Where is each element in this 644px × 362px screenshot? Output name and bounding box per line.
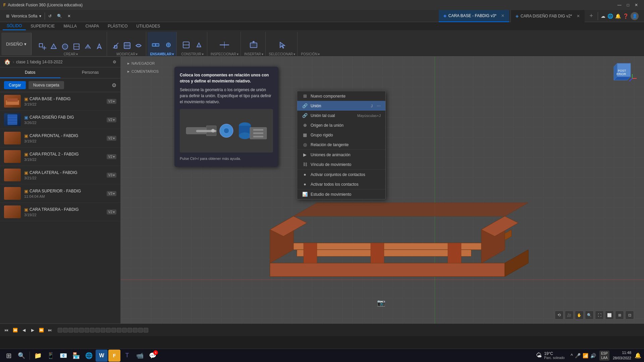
grid-toggle-icon[interactable]: ⊞ (615, 311, 624, 319)
rotate-icon[interactable]: ⟲ (555, 311, 564, 319)
camera-icon[interactable]: 📷 (377, 299, 385, 307)
taskbar-teams[interactable]: 📱 (45, 350, 57, 362)
tab2-close[interactable]: ✕ (577, 14, 580, 18)
timeline-tick[interactable] (68, 328, 73, 333)
insertar-btn-1[interactable] (248, 39, 260, 52)
menu-activar-conjuntos[interactable]: ● Activar conjuntos de contactos (297, 169, 385, 179)
timeline-tick[interactable] (101, 328, 105, 333)
crear-btn-3[interactable] (60, 42, 70, 52)
gizmo[interactable]: POST ERIOR (610, 60, 637, 87)
tab-cara-diseno[interactable]: ◈ CARA DISEÑO FAB DIG v2* ✕ (511, 10, 585, 22)
camera2-icon[interactable]: 🎥 (565, 311, 574, 319)
taskbar-fusion[interactable]: F (108, 350, 120, 362)
construir-btn-2[interactable] (193, 39, 205, 52)
list-item[interactable]: ▣ CARA DISEÑO FAB DIG 3/26/22 V2 ▾ (0, 111, 120, 129)
menu-estudio-movimiento[interactable]: 📊 Estudio de movimiento (297, 189, 385, 199)
menu-uniones-animacion[interactable]: ▶ Uniones de animación (297, 149, 385, 160)
menu-nuevo-componente[interactable]: ⊞ Nuevo componente (297, 91, 385, 101)
refresh-icon[interactable]: ↺ (46, 12, 54, 20)
item-version[interactable]: V2 ▾ (107, 136, 116, 141)
list-item[interactable]: ▣ CARA FRONTAL - FABDIG 3/19/22 V2 ▾ (0, 129, 120, 147)
start-button[interactable]: ⊞ (3, 350, 15, 362)
weather-widget[interactable]: 🌤 19°C Parc. soleado (533, 351, 567, 360)
comentarios-panel-btn[interactable]: ▶ COMENTARIOS (124, 68, 162, 75)
close-x-icon[interactable]: ✕ (65, 12, 73, 20)
tab-add-button[interactable]: + (586, 10, 596, 22)
settings-gear-icon[interactable]: ⚙ (112, 82, 116, 88)
ensamblar-label[interactable]: ENSAMBLAR ▾ (150, 52, 174, 56)
zoom-fit-icon[interactable]: ⛶ (595, 311, 604, 319)
prev-btn[interactable]: ⏪ (11, 326, 19, 334)
crear-btn-2[interactable] (48, 42, 59, 52)
taskbar-whatsapp[interactable]: 💬 4 (147, 350, 159, 362)
load-button[interactable]: Cargar (4, 81, 26, 89)
bell-icon[interactable]: 🔔 (615, 13, 621, 19)
taskbar-teams2[interactable]: T (121, 350, 133, 362)
timeline-tick[interactable] (122, 328, 127, 333)
taskbar-file-manager[interactable]: 📁 (32, 350, 44, 362)
item-version[interactable]: V2 ▾ (107, 209, 116, 215)
search-button[interactable]: 🔍 (15, 350, 28, 362)
menu-activar-todos-contactos[interactable]: ● Activar todos los contactos (297, 179, 385, 189)
minimize-button[interactable]: — (618, 3, 622, 7)
timeline-tick[interactable] (127, 328, 132, 333)
crear-btn-4[interactable] (71, 42, 82, 52)
tab-malla[interactable]: MALLA (59, 22, 80, 30)
crear-btn-6[interactable] (94, 42, 105, 52)
viewport[interactable]: ▶ NAVEGADOR ▶ COMENTARIOS POST ERIOR (121, 57, 644, 323)
volume-icon[interactable]: 🔊 (590, 353, 596, 358)
skip-back-btn[interactable]: ⏮ (3, 326, 10, 334)
viewport-mode-icon[interactable]: ⬜ (605, 311, 614, 319)
tab-cara-base[interactable]: ◈ CARA BASE - FABDIG v3* ✕ (439, 10, 509, 22)
tab-plastico[interactable]: PLÁSTICO (104, 22, 131, 30)
timeline-tick[interactable] (117, 328, 121, 333)
timeline-tick[interactable] (106, 328, 111, 333)
search-icon[interactable]: 🔍 (55, 12, 64, 20)
timeline-tick[interactable] (74, 328, 78, 333)
seleccionar-btn-1[interactable] (276, 39, 288, 52)
modificar-btn-2[interactable] (122, 41, 132, 52)
cloud-icon[interactable]: ☁ (601, 13, 605, 19)
hand-icon[interactable]: ✋ (575, 311, 584, 319)
item-version[interactable]: V3 ▾ (107, 173, 116, 178)
zoom-icon[interactable]: 🔍 (585, 311, 594, 319)
tab-solido[interactable]: SÓLIDO (3, 22, 26, 30)
tab-superficie[interactable]: SUPERFICIE (26, 22, 59, 30)
taskbar-word[interactable]: W (96, 350, 108, 362)
timeline-track[interactable] (58, 326, 158, 334)
wifi-icon[interactable]: 📶 (583, 353, 588, 358)
tab-personas[interactable]: Personas (60, 67, 121, 78)
tray-expand-icon[interactable]: ^ (571, 353, 573, 358)
menu-grupo-rigido[interactable]: ▦ Grupo rígido (297, 130, 385, 140)
tab-datos[interactable]: Datos (0, 67, 60, 78)
play-back-btn[interactable]: ◀ (20, 326, 28, 334)
menu-origen-union[interactable]: ⊕ Origen de la unión (297, 120, 385, 130)
maximize-button[interactable]: □ (627, 3, 629, 7)
timeline-tick[interactable] (95, 328, 100, 333)
list-item[interactable]: ▣ CARA TRASERA - FABDIG 3/19/22 V2 ▾ (0, 203, 120, 221)
design-dropdown[interactable]: DISEÑO ▾ (1, 33, 32, 55)
timeline-tick[interactable] (79, 328, 84, 333)
notification-icon[interactable]: 🔔 (635, 352, 641, 359)
tab1-close[interactable]: ✕ (501, 13, 504, 18)
close-button[interactable]: ✕ (635, 3, 638, 7)
modificar-btn-1[interactable] (110, 41, 121, 52)
menu-relacion-tangente[interactable]: ◎ Relación de tangente (297, 140, 385, 149)
timeline-tick[interactable] (85, 328, 89, 333)
ensamblar-btn-2[interactable] (162, 39, 174, 52)
tab-utilidades[interactable]: UTILIDADES (132, 22, 164, 30)
union-more-icon[interactable]: ⋯ (377, 104, 381, 108)
item-version[interactable]: V3 ▾ (107, 191, 116, 196)
lang-badge[interactable]: ESP LAA (599, 351, 609, 361)
menu-union-tal-cual[interactable]: 🔗 Unión tal cual Mayúsculas+J (297, 111, 385, 120)
navegador-panel-btn[interactable]: ▶ NAVEGADOR (124, 60, 162, 67)
ensamblar-btn-1[interactable] (150, 39, 162, 52)
crear-btn-1[interactable] (37, 42, 48, 52)
timeline-tick[interactable] (133, 328, 138, 333)
construir-btn-1[interactable] (180, 39, 192, 52)
taskbar-outlook[interactable]: 📧 (57, 350, 69, 362)
list-item[interactable]: ▣ CARA BASE - FABDIG 3/19/22 V3 ▾ (0, 92, 120, 111)
menu-union[interactable]: 🔗 Unión J ⋯ (297, 101, 385, 111)
list-item[interactable]: ▣ CARA SUPERIOR - FABDIG 11:04:04 AM V3 … (0, 184, 120, 203)
breadcrumb-settings[interactable]: ⚙ (113, 60, 116, 64)
